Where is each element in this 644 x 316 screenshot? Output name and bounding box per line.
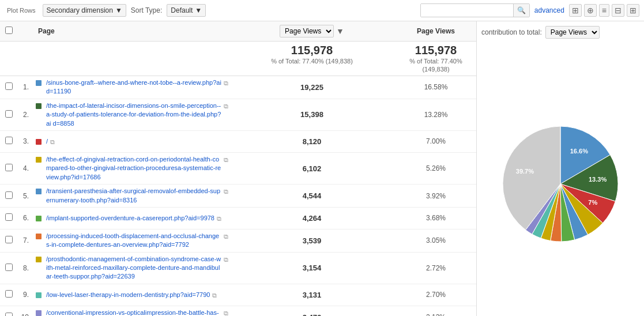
sort-arrow-icon[interactable]: ▼	[336, 27, 344, 36]
toolbar: Plot Rows Secondary dimension ▼ Sort Typ…	[0, 0, 644, 21]
row-checkbox[interactable]	[5, 236, 13, 243]
row-external-link-icon[interactable]: ⧉	[224, 156, 228, 164]
view-icon-grid[interactable]: ⊞	[569, 4, 582, 17]
total-pv1-sub: % of Total: 77.40% (149,838)	[271, 58, 353, 65]
select-all-checkbox[interactable]	[5, 27, 13, 34]
row-page-link[interactable]: /sinus-bone-graft--where-and-where-not-t…	[46, 78, 221, 96]
row-page-link[interactable]: /	[46, 137, 48, 146]
row-page-cell: /low-level-laser-therapy-in-modern-denti…	[35, 291, 228, 299]
row-checkbox[interactable]	[5, 137, 13, 144]
row-page-views: 3,154	[228, 264, 396, 272]
row-color-indicator	[36, 103, 42, 109]
row-page-views-pct: 3.68%	[396, 214, 476, 222]
row-page-views-pct: 16.58%	[396, 83, 476, 91]
view-icon-filter[interactable]: ⊟	[612, 4, 624, 17]
row-page-views-pct: 2.13%	[396, 313, 476, 316]
row-external-link-icon[interactable]: ⧉	[224, 80, 228, 87]
row-page-views: 8,120	[228, 137, 396, 146]
totals-empty	[35, 44, 228, 73]
row-checkbox-cell	[0, 137, 17, 146]
row-checkbox[interactable]	[5, 82, 13, 90]
row-page-link[interactable]: /conventional-impression-vs-opticalimpre…	[46, 309, 221, 316]
row-number: 9.	[17, 291, 35, 299]
totals-pv2: 115,978 % of Total: 77.40% (149,838)	[396, 44, 476, 73]
row-color-indicator	[36, 310, 42, 316]
row-number: 6.	[17, 214, 35, 222]
row-checkbox[interactable]	[5, 313, 13, 316]
pie-slice-label: 39.7%	[516, 168, 534, 175]
view-icon-pivot[interactable]: ⊞	[627, 4, 639, 17]
plot-rows-button[interactable]: Plot Rows	[5, 6, 38, 15]
row-page-views: 15,398	[228, 110, 396, 119]
row-checkbox-cell	[0, 236, 17, 245]
row-color-indicator	[36, 157, 42, 163]
row-number: 8.	[17, 264, 35, 272]
row-external-link-icon[interactable]: ⧉	[224, 310, 228, 316]
row-external-link-icon[interactable]: ⧉	[224, 256, 228, 264]
view-icon-list[interactable]: ≡	[599, 4, 609, 17]
table-row: 2. /the-impact-of-lateral-incisor-dimens…	[0, 99, 476, 131]
row-page-link[interactable]: /low-level-laser-therapy-in-modern-denti…	[46, 291, 210, 299]
row-page-link[interactable]: /transient-paresthesia-after-surgical-re…	[46, 187, 221, 205]
row-color-indicator	[36, 139, 42, 145]
row-page-link[interactable]: /the-impact-of-lateral-incisor-dimension…	[46, 101, 221, 128]
row-checkbox[interactable]	[5, 164, 13, 171]
row-external-link-icon[interactable]: ⧉	[224, 103, 228, 110]
search-button[interactable]: 🔍	[513, 4, 529, 17]
view-icon-plus[interactable]: ⊕	[584, 4, 597, 17]
row-external-link-icon[interactable]: ⧉	[224, 188, 228, 195]
row-external-link-icon[interactable]: ⧉	[212, 292, 217, 299]
advanced-link[interactable]: advanced	[534, 6, 564, 14]
row-page-link[interactable]: /the-effect-of-gingival-retraction-cord-…	[46, 155, 221, 182]
search-box: 🔍	[420, 3, 530, 17]
row-page-cell: /transient-paresthesia-after-surgical-re…	[35, 187, 228, 205]
totals-pv1: 115,978 % of Total: 77.40% (149,838)	[228, 44, 396, 73]
search-input[interactable]	[421, 4, 513, 17]
table-row: 8. /prosthodontic-management-of-combinat…	[0, 253, 476, 284]
row-page-cell: /implant-supported-overdenture-a-caserep…	[35, 214, 228, 223]
row-page-views: 4,544	[228, 191, 396, 200]
row-page-link[interactable]: /implant-supported-overdenture-a-caserep…	[46, 214, 214, 223]
row-checkbox[interactable]	[5, 264, 13, 271]
row-color-indicator	[36, 234, 42, 239]
page-views-select-1[interactable]: Page Views	[280, 25, 334, 37]
row-checkbox-cell	[0, 264, 17, 273]
main-content: Page Page Views ▼ Page Views 115,978 % o…	[0, 21, 644, 316]
pie-slice-label: 16.6%	[570, 147, 588, 154]
row-page-views: 2,476	[228, 313, 396, 316]
contribution-select[interactable]: Page Views	[545, 26, 600, 39]
table-row: 6. /implant-supported-overdenture-a-case…	[0, 208, 476, 230]
row-page-views: 3,131	[228, 291, 396, 299]
sort-type-chevron: ▼	[195, 6, 202, 14]
row-checkbox[interactable]	[5, 191, 13, 199]
view-icons: ⊞ ⊕ ≡ ⊟ ⊞	[569, 4, 639, 17]
total-pv2-sub: % of Total: 77.40% (149,838)	[409, 58, 462, 73]
pie-chart: 16.6%13.3%7%39.7%	[494, 118, 627, 250]
chart-area: contribution to total: Page Views 16.6%1…	[477, 21, 644, 316]
row-checkbox-cell	[0, 82, 17, 92]
table-row: 10. /conventional-impression-vs-opticali…	[0, 306, 476, 316]
pie-slice-label: 13.3%	[589, 175, 607, 182]
secondary-dimension-chevron: ▼	[115, 6, 122, 14]
row-external-link-icon[interactable]: ⧉	[217, 215, 221, 223]
row-checkbox-cell	[0, 191, 17, 201]
table-row: 5. /transient-paresthesia-after-surgical…	[0, 185, 476, 208]
row-page-cell: /sinus-bone-graft--where-and-where-not-t…	[35, 78, 228, 96]
row-external-link-icon[interactable]: ⧉	[50, 138, 55, 146]
row-number: 5.	[17, 192, 35, 200]
row-page-views: 6,102	[228, 164, 396, 173]
row-page-link[interactable]: /prosthodontic-management-of-combination…	[46, 255, 221, 281]
row-page-link[interactable]: /processing-induced-tooth-displacement-a…	[46, 232, 221, 250]
header-pv2-col: Page Views	[396, 27, 476, 35]
row-page-views-pct: 3.05%	[396, 236, 476, 244]
row-checkbox[interactable]	[5, 290, 13, 298]
row-page-cell: /processing-induced-tooth-displacement-a…	[35, 232, 228, 250]
row-external-link-icon[interactable]: ⧉	[224, 233, 228, 240]
secondary-dimension-dropdown[interactable]: Secondary dimension ▼	[43, 4, 126, 17]
sort-type-dropdown[interactable]: Default ▼	[167, 4, 206, 17]
row-page-cell: /the-impact-of-lateral-incisor-dimension…	[35, 101, 228, 128]
row-checkbox[interactable]	[5, 110, 13, 118]
row-checkbox[interactable]	[5, 213, 13, 221]
header-pv-col: Page Views ▼	[228, 25, 396, 37]
row-number: 10.	[17, 313, 35, 316]
